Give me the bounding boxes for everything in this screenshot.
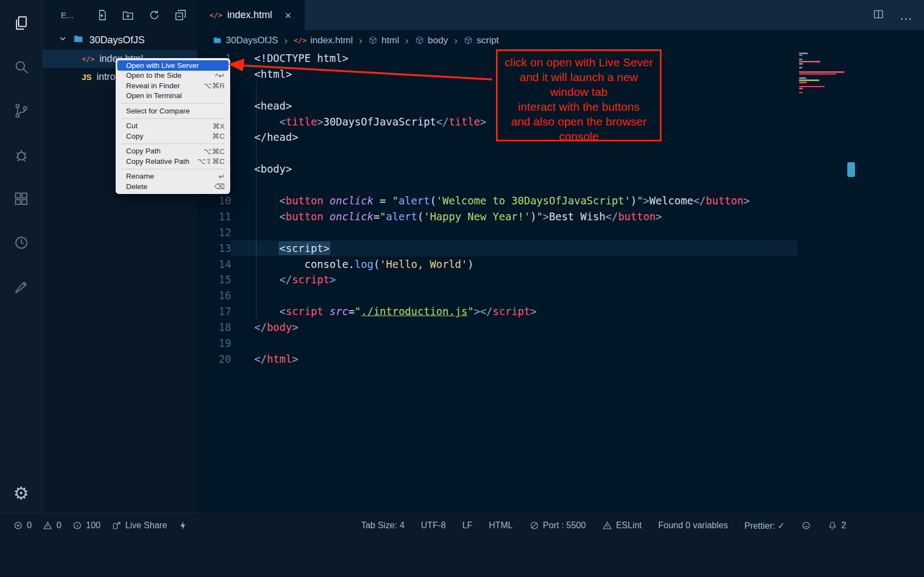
- minimap-line: [799, 71, 845, 73]
- status-item-0[interactable]: 0: [43, 521, 61, 530]
- menu-item-copy-relative-path[interactable]: Copy Relative Path⌥⇧⌘C: [116, 156, 230, 167]
- code-line[interactable]: 20</html>: [197, 351, 797, 367]
- status-item-label: HTML: [489, 521, 513, 530]
- search-icon[interactable]: [0, 54, 42, 80]
- status-item-2[interactable]: 2: [828, 521, 846, 530]
- code-line[interactable]: 14 console.log('Hello, World'): [197, 256, 797, 272]
- extensions-icon[interactable]: [0, 186, 42, 212]
- new-file-icon[interactable]: [95, 9, 109, 22]
- status-item-tab-size-4[interactable]: Tab Size: 4: [361, 521, 404, 530]
- code-line[interactable]: 16: [197, 288, 797, 304]
- pen-icon[interactable]: [0, 274, 42, 300]
- breadcrumb-item-body[interactable]: body: [415, 35, 448, 46]
- minimap-line: [799, 53, 808, 54]
- status-item-port-5500[interactable]: Port : 5500: [529, 521, 586, 530]
- breadcrumb-label: script: [477, 35, 499, 46]
- code-text: [231, 335, 797, 351]
- menu-item-label: Reveal in Finder: [126, 82, 196, 90]
- status-item-label: Tab Size: 4: [361, 521, 404, 530]
- line-number[interactable]: 16: [197, 288, 231, 304]
- status-item-label: Live Share: [126, 521, 168, 530]
- line-number[interactable]: 18: [197, 319, 231, 335]
- clock-icon[interactable]: [0, 230, 42, 256]
- status-item-label: 100: [86, 521, 101, 530]
- code-line[interactable]: 7: [197, 145, 797, 161]
- line-number[interactable]: 17: [197, 304, 231, 319]
- cube-icon: [464, 36, 473, 45]
- collapse-all-icon[interactable]: [174, 9, 187, 22]
- overview-ruler-marker[interactable]: [847, 162, 855, 177]
- menu-item-open-with-live-server[interactable]: Open with Live Server: [117, 60, 229, 71]
- code-line[interactable]: 13 <script>: [197, 241, 797, 256]
- menu-item-select-for-compare[interactable]: Select for Compare: [116, 106, 230, 116]
- status-item-lightning[interactable]: [178, 521, 188, 530]
- status-item-lf[interactable]: LF: [462, 521, 472, 530]
- code-line[interactable]: 19: [197, 335, 797, 351]
- menu-item-open-in-terminal[interactable]: Open in Terminal: [116, 91, 230, 101]
- menu-separator: [121, 103, 225, 104]
- menu-item-open-to-the-side[interactable]: Open to the Side^↵: [116, 71, 230, 81]
- line-number[interactable]: 15: [197, 272, 231, 288]
- breadcrumb-label: html: [381, 35, 399, 46]
- source-control-icon[interactable]: [0, 98, 42, 124]
- status-item-html[interactable]: HTML: [489, 521, 513, 530]
- line-number[interactable]: 10: [197, 193, 231, 209]
- breadcrumb-label: body: [428, 35, 448, 46]
- explorer-root-folder[interactable]: 30DaysOfJS: [43, 30, 197, 50]
- menu-item-rename[interactable]: Rename↵: [116, 172, 230, 182]
- close-icon[interactable]: ×: [285, 9, 292, 21]
- line-number[interactable]: 20: [197, 351, 231, 367]
- status-item-prettier[interactable]: Prettier: ✓: [744, 521, 785, 531]
- split-editor-icon[interactable]: [873, 9, 884, 22]
- code-text: </script>: [231, 272, 797, 288]
- line-number[interactable]: 19: [197, 335, 231, 351]
- menu-item-reveal-in-finder[interactable]: Reveal in Finder⌥⌘R: [116, 81, 230, 91]
- warning-icon: [602, 521, 612, 530]
- code-line[interactable]: 12: [197, 225, 797, 241]
- annotation-text-line: and it will launch a new: [498, 70, 660, 84]
- html-file-icon: </>: [209, 11, 222, 19]
- code-line[interactable]: 17 <script src="./introduction.js"></scr…: [197, 304, 797, 319]
- debug-icon[interactable]: [0, 142, 42, 168]
- explorer-icon[interactable]: [0, 10, 42, 36]
- code-line[interactable]: 15 </script>: [197, 272, 797, 288]
- refresh-icon[interactable]: [148, 9, 161, 22]
- status-item-found-0-variables[interactable]: Found 0 variables: [658, 521, 728, 530]
- code-line[interactable]: 8<body>: [197, 161, 797, 177]
- menu-item-cut[interactable]: Cut⌘X: [116, 121, 230, 132]
- code-line[interactable]: 9: [197, 177, 797, 193]
- breadcrumb-item-30daysofjs[interactable]: 30DaysOfJS: [213, 35, 278, 46]
- status-item-smiley[interactable]: [801, 521, 811, 530]
- status-item-live-share[interactable]: Live Share: [112, 521, 168, 530]
- status-item-label: Port : 5500: [543, 521, 586, 530]
- code-line[interactable]: 11 <button onclick="alert('Happy New Yea…: [197, 209, 797, 225]
- breadcrumb-item-index-html[interactable]: </>index.html: [294, 35, 353, 46]
- breadcrumb-item-html[interactable]: html: [368, 35, 399, 46]
- settings-gear-icon[interactable]: ⚙: [0, 481, 42, 506]
- status-item-label: Prettier: ✓: [744, 521, 785, 531]
- minimap[interactable]: [799, 53, 846, 118]
- menu-item-delete[interactable]: Delete⌫: [116, 181, 230, 192]
- explorer-actions: [95, 9, 187, 22]
- status-item-100[interactable]: 100: [72, 521, 101, 530]
- menu-item-copy[interactable]: Copy⌘C: [116, 131, 230, 141]
- more-actions-icon[interactable]: …: [899, 8, 913, 23]
- menu-item-label: Delete: [126, 182, 207, 191]
- new-folder-icon[interactable]: [122, 9, 135, 22]
- status-item-utf-8[interactable]: UTF-8: [421, 521, 446, 530]
- annotation-text-line: console: [498, 129, 660, 144]
- line-number[interactable]: 11: [197, 209, 231, 225]
- breadcrumb-item-script[interactable]: script: [464, 35, 499, 46]
- code-line[interactable]: 10 <button onclick = "alert('Welcome to …: [197, 193, 797, 209]
- menu-separator: [121, 144, 225, 144]
- status-item-eslint[interactable]: ESLint: [602, 521, 642, 530]
- status-item-0[interactable]: 0: [13, 521, 32, 530]
- code-text: console.log('Hello, World'): [231, 256, 797, 272]
- tab-index-html[interactable]: </> index.html ×: [197, 0, 305, 30]
- folder-icon: [213, 36, 222, 45]
- line-number[interactable]: 14: [197, 256, 231, 272]
- line-number[interactable]: 12: [197, 225, 231, 241]
- code-line[interactable]: 18</body>: [197, 319, 797, 335]
- line-number[interactable]: 13: [197, 241, 231, 256]
- menu-item-copy-path[interactable]: Copy Path⌥⌘C: [116, 146, 230, 157]
